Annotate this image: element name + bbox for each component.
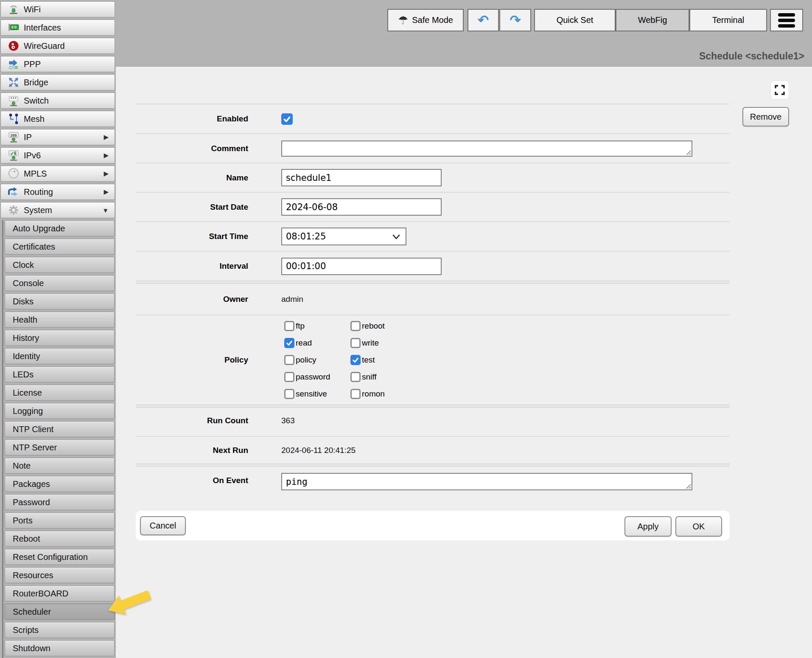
sidebar-item-scripts[interactable]: Scripts (5, 622, 115, 638)
sidebar-item-interfaces[interactable]: Interfaces (0, 20, 115, 36)
sidebar-item-note[interactable]: Note (5, 458, 115, 474)
sidebar-item-reset-configuration[interactable]: Reset Configuration (5, 549, 115, 565)
policy-checkbox-password[interactable] (284, 372, 294, 382)
sidebar-top-items: WiFiInterfacesWireGuardPPPBridgeSwitchMe… (0, 1, 116, 218)
ok-button[interactable]: OK (675, 516, 722, 537)
top-band: ☂ Safe Mode ↶ ↷ Quick Set WebFig Termina… (116, 0, 812, 67)
sidebar-item-reboot[interactable]: Reboot (5, 531, 115, 547)
chevron-down-icon (392, 234, 400, 240)
page-title: Schedule <schedule1> (699, 51, 804, 62)
sidebar-item-shutdown[interactable]: Shutdown (5, 640, 115, 656)
sidebar-item-label: LEDs (13, 370, 34, 380)
sidebar-item-bridge[interactable]: Bridge (0, 74, 115, 90)
sidebar-item-resources[interactable]: Resources (5, 567, 115, 583)
sidebar-item-packages[interactable]: Packages (5, 476, 115, 492)
sidebar-item-clock[interactable]: Clock (5, 257, 115, 273)
system-icon (7, 204, 20, 217)
start-date-label: Start Date (136, 202, 248, 212)
safe-mode-button[interactable]: ☂ Safe Mode (387, 9, 464, 31)
undo-button[interactable]: ↶ (468, 9, 499, 31)
sidebar-item-password[interactable]: Password (5, 494, 115, 510)
policy-option-ftp: ftp (284, 318, 350, 335)
action-panel: Cancel Apply OK (136, 511, 730, 540)
sidebar-item-system[interactable]: System▼ (0, 202, 115, 218)
sidebar-item-ipv6[interactable]: 6IPv6▶ (0, 147, 115, 163)
sidebar-item-mesh[interactable]: Mesh (0, 111, 115, 127)
tab-quick-set[interactable]: Quick Set (534, 9, 616, 31)
redo-button[interactable]: ↷ (499, 9, 531, 31)
policy-checkbox-read[interactable] (284, 338, 294, 348)
remove-button[interactable]: Remove (742, 107, 789, 127)
interval-label: Interval (136, 262, 248, 271)
policy-option-label: sniff (362, 372, 377, 382)
sidebar-item-disks[interactable]: Disks (5, 293, 115, 309)
start-date-input[interactable]: 2024-06-08 (281, 198, 442, 216)
policy-checkbox-reboot[interactable] (350, 321, 361, 331)
policy-option-policy: policy (284, 351, 350, 368)
policy-option-reboot: reboot (350, 318, 385, 335)
sidebar-item-certificates[interactable]: Certificates (5, 239, 115, 255)
run-count-label: Run Count (136, 416, 248, 425)
umbrella-icon: ☂ (398, 14, 408, 27)
policy-checkbox-sensitive[interactable] (284, 389, 294, 399)
name-input[interactable]: schedule1 (281, 169, 442, 186)
sidebar-item-label: Scheduler (13, 607, 51, 617)
interval-input[interactable]: 00:01:00 (281, 258, 442, 275)
sidebar-item-license[interactable]: License (5, 385, 115, 401)
sidebar-item-ntp-client[interactable]: NTP Client (5, 421, 115, 437)
resize-grip[interactable] (685, 149, 691, 155)
tab-webfig[interactable]: WebFig (616, 9, 689, 31)
sidebar-item-leds[interactable]: LEDs (5, 366, 115, 382)
start-time-select[interactable]: 08:01:25 (281, 228, 406, 245)
policy-checkbox-policy[interactable] (284, 355, 294, 365)
policy-checkbox-ftp[interactable] (284, 321, 294, 331)
policy-option-label: romon (362, 389, 385, 399)
chevron-right-icon: ▶ (104, 170, 109, 177)
sidebar-item-routing[interactable]: Routing▶ (0, 184, 115, 200)
sidebar-item-switch[interactable]: Switch (0, 93, 115, 109)
sidebar-item-ip[interactable]: 255IP▶ (0, 129, 115, 145)
sidebar-item-scheduler[interactable]: Scheduler (5, 604, 115, 620)
cancel-button[interactable]: Cancel (140, 516, 186, 535)
on-event-textarea[interactable]: ping (281, 473, 692, 490)
sidebar-item-console[interactable]: Console (5, 275, 115, 291)
sidebar-item-mpls[interactable]: MPLS▶ (0, 166, 115, 182)
bridge-icon (7, 76, 20, 89)
policy-checkbox-sniff[interactable] (350, 372, 361, 382)
fullscreen-button[interactable] (770, 81, 789, 99)
sidebar-item-ntp-server[interactable]: NTP Server (5, 439, 115, 456)
sidebar-item-auto-upgrade[interactable]: Auto Upgrade (5, 220, 115, 236)
sidebar-item-label: IPv6 (24, 151, 41, 160)
apply-button[interactable]: Apply (624, 516, 672, 537)
sidebar-item-label: System (24, 205, 52, 215)
hamburger-menu-button[interactable] (770, 9, 803, 31)
switch-icon (7, 94, 20, 107)
redo-icon: ↷ (510, 14, 521, 27)
sidebar-item-ppp[interactable]: PPP (0, 56, 115, 72)
policy-checkbox-romon[interactable] (350, 389, 361, 399)
sidebar-item-routerboard[interactable]: RouterBOARD (5, 585, 115, 602)
sidebar-item-ports[interactable]: Ports (5, 512, 115, 529)
sidebar-item-label: Resources (13, 571, 53, 580)
sidebar-item-history[interactable]: History (5, 330, 115, 346)
sidebar-item-label: Routing (24, 187, 53, 197)
start-time-label: Start Time (136, 232, 248, 241)
comment-textarea[interactable] (281, 141, 692, 157)
ppp-icon (7, 58, 20, 70)
svg-text:6: 6 (14, 151, 17, 156)
policy-option-label: read (296, 338, 312, 348)
sidebar-item-wireguard[interactable]: WireGuard (0, 38, 115, 54)
chevron-right-icon: ▶ (104, 133, 109, 141)
sidebar-item-wifi[interactable]: WiFi (0, 1, 115, 17)
fullscreen-icon (774, 84, 785, 96)
sidebar-item-logging[interactable]: Logging (5, 403, 115, 419)
policy-checkbox-test[interactable] (350, 355, 361, 365)
tab-terminal[interactable]: Terminal (689, 9, 767, 31)
run-count-value: 363 (281, 416, 295, 425)
enabled-checkbox[interactable] (281, 113, 293, 125)
policy-checkbox-write[interactable] (350, 338, 361, 348)
sidebar-item-identity[interactable]: Identity (5, 348, 115, 364)
resize-grip[interactable] (685, 483, 691, 489)
routing-icon (7, 186, 20, 198)
sidebar-item-health[interactable]: Health (5, 312, 115, 328)
